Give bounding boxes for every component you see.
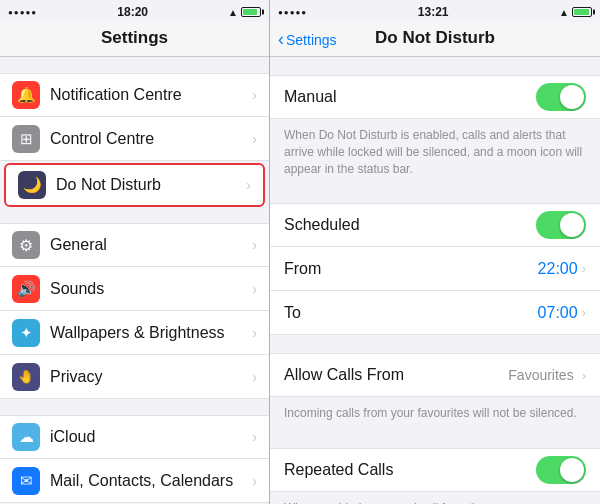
settings-row-notification[interactable]: 🔔 Notification Centre › [0,73,269,117]
wifi-icon: ▲ [228,7,238,18]
wifi-icon-right: ▲ [559,7,569,18]
settings-row-dnd[interactable]: 🌙 Do Not Disturb › [4,163,265,207]
chevron-control: › [252,131,257,147]
general-label: General [50,236,252,254]
wallpaper-icon: ✦ [12,319,40,347]
general-icon: ⚙ [12,231,40,259]
battery-fill-right [574,9,589,15]
signal-area: ●●●●● [8,8,37,17]
scheduled-toggle[interactable] [536,211,586,239]
chevron-notification: › [252,87,257,103]
repeated-description: When enabled, a second call from the sam… [270,492,600,504]
dnd-section-manual: Manual When Do Not Disturb is enabled, c… [270,75,600,185]
dnd-section-repeated: Repeated Calls When enabled, a second ca… [270,448,600,504]
allow-calls-row[interactable]: Allow Calls From Favourites › [270,353,600,397]
manual-toggle[interactable] [536,83,586,111]
signal-area-right: ●●●●● [278,8,307,17]
to-label: To [284,293,538,333]
dnd-section-calls: Allow Calls From Favourites › Incoming c… [270,353,600,430]
settings-group-2: ⚙ General › 🔊 Sounds › ✦ Wallpapers & Br… [0,223,269,399]
nav-bar-left: Settings [0,22,269,57]
settings-list: 🔔 Notification Centre › ⊞ Control Centre… [0,57,269,504]
privacy-icon: 🤚 [12,363,40,391]
manual-label: Manual [284,77,536,117]
to-chevron: › [582,305,586,320]
from-chevron: › [582,261,586,276]
settings-row-control[interactable]: ⊞ Control Centre › [0,117,269,161]
battery-fill-left [243,9,257,15]
settings-row-mail[interactable]: ✉ Mail, Contacts, Calendars › [0,459,269,503]
repeated-calls-label: Repeated Calls [284,450,536,490]
scheduled-toggle-knob [560,213,584,237]
from-value: 22:00 [538,260,578,278]
settings-row-general[interactable]: ⚙ General › [0,223,269,267]
manual-description: When Do Not Disturb is enabled, calls an… [270,119,600,185]
scheduled-label: Scheduled [284,205,536,245]
time-left: 18:20 [117,5,148,19]
allow-calls-chevron: › [582,368,586,383]
chevron-mail: › [252,473,257,489]
chevron-dnd: › [246,177,251,193]
control-label: Control Centre [50,130,252,148]
chevron-privacy: › [252,369,257,385]
from-row[interactable]: From 22:00 › [270,247,600,291]
icloud-icon: ☁ [12,423,40,451]
privacy-label: Privacy [50,368,252,386]
control-icon: ⊞ [12,125,40,153]
chevron-back-icon: ‹ [278,29,284,50]
calls-description: Incoming calls from your favourites will… [270,397,600,430]
status-bar-right: ●●●●● 13:21 ▲ [270,0,600,22]
settings-row-wallpaper[interactable]: ✦ Wallpapers & Brightness › [0,311,269,355]
dnd-label-left: Do Not Disturb [56,176,246,194]
wallpaper-label: Wallpapers & Brightness [50,324,252,342]
signal-dots-right: ●●●●● [278,8,307,17]
back-button[interactable]: ‹ Settings [278,29,337,50]
scheduled-row[interactable]: Scheduled [270,203,600,247]
sounds-label: Sounds [50,280,252,298]
battery-area-right: ▲ [559,7,592,18]
nav-bar-right: ‹ Settings Do Not Disturb [270,22,600,57]
chevron-sounds: › [252,281,257,297]
manual-toggle-knob [560,85,584,109]
status-bar-left: ●●●●● 18:20 ▲ [0,0,269,22]
repeated-toggle-knob [560,458,584,482]
mail-icon: ✉ [12,467,40,495]
battery-area-left: ▲ [228,7,261,18]
settings-row-privacy[interactable]: 🤚 Privacy › [0,355,269,399]
dnd-section-scheduled: Scheduled From 22:00 › To 07:00 › [270,203,600,335]
sounds-icon: 🔊 [12,275,40,303]
mail-label: Mail, Contacts, Calendars [50,472,252,490]
page-title-left: Settings [8,28,261,48]
left-phone: ●●●●● 18:20 ▲ Settings 🔔 Notification Ce… [0,0,270,504]
chevron-wallpaper: › [252,325,257,341]
settings-row-icloud[interactable]: ☁ iCloud › [0,415,269,459]
battery-icon-left [241,7,261,17]
notification-icon: 🔔 [12,81,40,109]
back-label: Settings [286,31,337,47]
time-right: 13:21 [418,5,449,19]
settings-row-sounds[interactable]: 🔊 Sounds › [0,267,269,311]
icloud-label: iCloud [50,428,252,446]
repeated-toggle[interactable] [536,456,586,484]
right-phone: ●●●●● 13:21 ▲ ‹ Settings Do Not Disturb … [270,0,600,504]
settings-group-1: 🔔 Notification Centre › ⊞ Control Centre… [0,73,269,207]
repeated-calls-row[interactable]: Repeated Calls [270,448,600,492]
settings-group-3: ☁ iCloud › ✉ Mail, Contacts, Calendars › [0,415,269,503]
allow-calls-value: Favourites [508,367,573,383]
dnd-content: Manual When Do Not Disturb is enabled, c… [270,57,600,504]
chevron-general: › [252,237,257,253]
from-label: From [284,249,538,289]
to-value: 07:00 [538,304,578,322]
chevron-icloud: › [252,429,257,445]
to-row[interactable]: To 07:00 › [270,291,600,335]
dnd-icon: 🌙 [18,171,46,199]
allow-calls-label: Allow Calls From [284,355,508,395]
notification-label: Notification Centre [50,86,252,104]
manual-row[interactable]: Manual [270,75,600,119]
battery-icon-right [572,7,592,17]
signal-dots: ●●●●● [8,8,37,17]
